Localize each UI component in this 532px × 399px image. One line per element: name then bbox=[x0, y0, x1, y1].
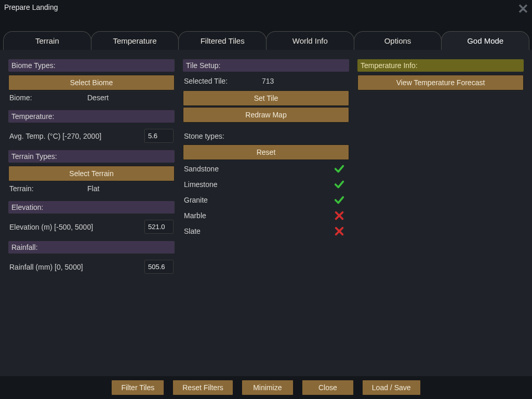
window-title: Prepare Landing bbox=[4, 3, 58, 11]
reset-filters-button[interactable]: Reset Filters bbox=[172, 380, 233, 395]
check-icon bbox=[334, 194, 348, 206]
rainfall-label: Rainfall (mm) [0, 5000] bbox=[9, 263, 144, 271]
rainfall-header: Rainfall: bbox=[8, 241, 175, 254]
stone-name: Marble bbox=[184, 211, 334, 220]
cross-icon bbox=[334, 225, 348, 237]
right-column: Temperature Info: View Temperature Forec… bbox=[357, 55, 524, 371]
selected-tile-value: 713 bbox=[262, 77, 348, 85]
select-terrain-button[interactable]: Select Terrain bbox=[8, 166, 175, 181]
stone-types-label: Stone types: bbox=[183, 129, 349, 143]
elevation-header: Elevation: bbox=[8, 201, 175, 214]
biome-types-header: Biome Types: bbox=[8, 59, 175, 72]
temperature-info-header: Temperature Info: bbox=[357, 59, 524, 72]
set-tile-button[interactable]: Set Tile bbox=[183, 90, 349, 106]
avg-temp-input[interactable] bbox=[144, 129, 174, 143]
tab-temperature[interactable]: Temperature bbox=[91, 31, 179, 50]
tab-bar: Terrain Temperature Filtered Tiles World… bbox=[0, 31, 532, 50]
tab-filtered-tiles[interactable]: Filtered Tiles bbox=[178, 31, 267, 50]
filter-tiles-button[interactable]: Filter Tiles bbox=[111, 380, 164, 395]
biome-key: Biome: bbox=[9, 94, 87, 102]
biome-value: Desert bbox=[87, 94, 174, 102]
footer-bar: Filter Tiles Reset Filters Minimize Clos… bbox=[0, 376, 532, 399]
tab-options[interactable]: Options bbox=[354, 31, 442, 50]
tile-setup-header: Tile Setup: bbox=[183, 59, 349, 72]
elevation-label: Elevation (m) [-500, 5000] bbox=[9, 223, 144, 231]
stone-name: Granite bbox=[184, 196, 334, 204]
elevation-input[interactable] bbox=[144, 220, 174, 234]
avg-temp-label: Avg. Temp. (°C) [-270, 2000] bbox=[9, 132, 144, 140]
view-temperature-forecast-button[interactable]: View Temperature Forecast bbox=[357, 75, 524, 90]
terrain-key: Terrain: bbox=[9, 184, 87, 193]
redraw-map-button[interactable]: Redraw Map bbox=[183, 107, 349, 123]
selected-tile-key: Selected Tile: bbox=[184, 77, 262, 85]
middle-column: Tile Setup: Selected Tile: 713 Set Tile … bbox=[183, 55, 349, 371]
stone-row[interactable]: Sandstone bbox=[183, 161, 349, 177]
stone-name: Slate bbox=[184, 227, 334, 235]
content-pane: Biome Types: Select Biome Biome: Desert … bbox=[0, 50, 532, 376]
select-biome-button[interactable]: Select Biome bbox=[8, 75, 175, 90]
stone-row[interactable]: Limestone bbox=[183, 177, 349, 192]
temperature-header: Temperature: bbox=[8, 110, 175, 123]
close-icon[interactable]: ✕ bbox=[517, 1, 529, 17]
selected-tile-row: Selected Tile: 713 bbox=[183, 75, 349, 89]
load-save-button[interactable]: Load / Save bbox=[362, 380, 421, 395]
terrain-value: Flat bbox=[87, 184, 174, 193]
stone-list: SandstoneLimestoneGraniteMarbleSlate bbox=[183, 161, 349, 239]
left-column: Biome Types: Select Biome Biome: Desert … bbox=[8, 55, 175, 371]
terrain-row: Terrain: Flat bbox=[8, 182, 175, 197]
stone-name: Limestone bbox=[184, 180, 334, 189]
cross-icon bbox=[334, 210, 348, 221]
stone-name: Sandstone bbox=[184, 165, 334, 173]
tab-world-info[interactable]: World Info bbox=[266, 31, 354, 50]
stone-row[interactable]: Slate bbox=[183, 223, 349, 239]
check-icon bbox=[334, 179, 348, 190]
tab-terrain[interactable]: Terrain bbox=[3, 31, 91, 50]
check-icon bbox=[334, 163, 348, 175]
stone-reset-button[interactable]: Reset bbox=[183, 144, 349, 160]
tab-god-mode[interactable]: God Mode bbox=[441, 31, 529, 50]
rainfall-input[interactable] bbox=[144, 260, 174, 274]
stone-row[interactable]: Marble bbox=[183, 208, 349, 223]
stone-row[interactable]: Granite bbox=[183, 192, 349, 208]
terrain-types-header: Terrain Types: bbox=[8, 150, 175, 163]
close-button[interactable]: Close bbox=[302, 380, 354, 395]
biome-row: Biome: Desert bbox=[8, 91, 175, 106]
minimize-button[interactable]: Minimize bbox=[242, 380, 294, 395]
